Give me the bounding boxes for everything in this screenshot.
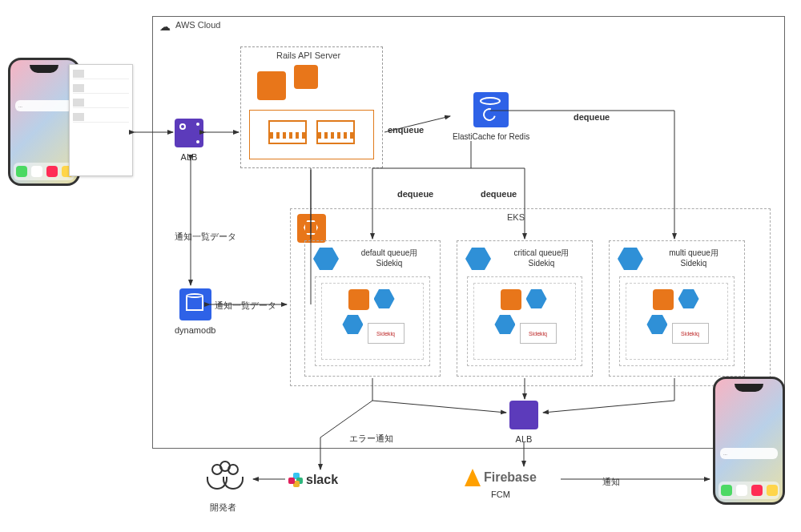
slack-icon [288,473,303,487]
ecs-icon [501,289,521,310]
dynamodb: dynamodb [175,288,215,335]
developers-icon [207,461,250,496]
rails-box: Rails API Server [240,46,383,168]
k8s-pod-icon [618,248,643,270]
eks-cluster-icon [297,214,326,243]
dynamodb-icon [179,288,211,320]
eks-title: EKS [507,212,525,222]
ecs-task-icon [316,120,355,144]
sidekiq-default-title: default queue用 [361,248,418,257]
k8s-svc-icon [526,289,547,308]
k8s-pod-icon [465,248,491,270]
dynamodb-label: dynamodb [175,325,215,335]
developers-label: 開発者 [210,502,236,514]
firebase-label: Firebase [484,470,537,485]
sidekiq-critical-box: critical queue用 Sidekiq Sidekiq [457,240,593,377]
rails-title: Rails API Server [276,50,340,60]
edge-dequeue-mid1: dequeue [397,189,433,199]
alb-icon [175,119,203,147]
phone-list-overlay [69,64,133,176]
autoscaling-icon [294,65,318,89]
slack-label: slack [306,473,338,487]
k8s-deploy-icon [646,315,667,334]
k8s-deploy-icon [494,315,515,334]
firebase: Firebase FCM [465,469,537,499]
sidekiq-badge: Sidekiq [368,323,405,344]
edge-enqueue: enqueue [388,125,424,135]
slack: slack [288,473,338,487]
cloud-icon: ☁ [159,20,171,33]
alb-top-label: ALB [175,152,203,162]
rails-ecs-icon [257,71,286,102]
phone-client-right: ... [713,377,785,505]
edge-notif-list-2: 通知一覧データ [215,300,276,312]
edge-dequeue-mid2: dequeue [481,189,517,199]
rails-scaling-icon [294,65,318,91]
alb-icon [509,401,538,429]
edge-dequeue-right: dequeue [574,112,610,122]
sidekiq-badge: Sidekiq [672,323,709,344]
sidekiq-badge: Sidekiq [520,323,557,344]
ecs-icon [653,289,674,310]
k8s-svc-icon [374,289,395,308]
aws-cloud-title: AWS Cloud [175,20,220,30]
edge-error-notif: エラー通知 [349,433,393,445]
k8s-svc-icon [678,289,699,308]
firebase-sub: FCM [491,490,510,499]
k8s-deploy-icon [342,315,363,334]
sidekiq-multi-box: multi queue用 Sidekiq Sidekiq [609,240,745,377]
alb-bottom-label: ALB [509,434,538,444]
sidekiq-default-sub: Sidekiq [376,259,403,268]
sidekiq-default-box: default queue用 Sidekiq Sidekiq [304,240,441,377]
alb-top: ALB [175,119,203,162]
ecs-icon [348,289,369,310]
sidekiq-critical-title: critical queue用 [514,248,570,257]
k8s-pod-icon [313,248,339,270]
edge-notif-list-1: 通知一覧データ [175,231,236,243]
ecs-task-icon [268,120,307,144]
redis-label: ElastiCache for Redis [453,132,529,141]
redis-icon [473,92,509,127]
sidekiq-critical-sub: Sidekiq [529,259,555,268]
sidekiq-multi-sub: Sidekiq [681,259,707,268]
edge-push-notif: 通知 [602,476,620,488]
firebase-icon [465,469,481,486]
elasticache-redis: ElastiCache for Redis [453,92,529,141]
alb-bottom: ALB [509,401,538,444]
ecs-icon [257,71,286,100]
sidekiq-multi-title: multi queue用 [669,248,718,257]
